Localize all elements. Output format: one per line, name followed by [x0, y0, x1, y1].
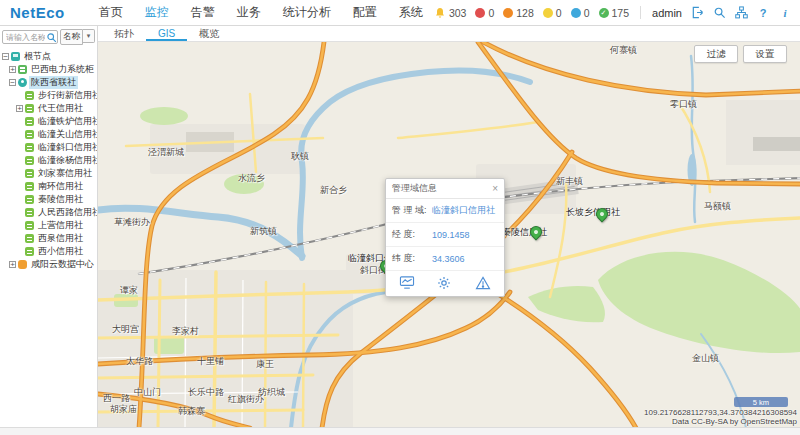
counter-value: 0: [488, 7, 494, 19]
collapse-icon[interactable]: −: [2, 53, 9, 60]
close-icon[interactable]: ×: [492, 184, 498, 194]
search-box: [2, 30, 58, 45]
counter-value: 128: [516, 7, 534, 19]
view-tabs: 拓扑GIS概览: [98, 26, 800, 42]
bottom-scroll-strip[interactable]: [0, 427, 800, 435]
site-icon: [25, 130, 34, 139]
site-icon: [25, 143, 34, 152]
top-navbar: NetEco 首页监控告警业务统计分析配置系统 303012800✓175 ad…: [0, 0, 800, 26]
normal-status-counter[interactable]: ✓175: [599, 7, 630, 19]
config-icon[interactable]: [437, 276, 454, 291]
collapse-icon[interactable]: −: [9, 79, 16, 86]
search-icon[interactable]: [46, 32, 57, 43]
major-alarm-counter[interactable]: 128: [503, 7, 534, 19]
sidebar: 名称 ▾ −根节点+巴西电力系统柜−陕西省联社步行街新信用社+代王信用社临潼铁炉…: [0, 26, 98, 427]
alert-bell-counter[interactable]: 303: [434, 7, 467, 19]
logout-icon[interactable]: [690, 6, 704, 20]
main-menu: 首页监控告警业务统计分析配置系统: [99, 4, 423, 21]
menu-item-2[interactable]: 告警: [191, 4, 215, 21]
menu-item-4[interactable]: 统计分析: [283, 4, 331, 21]
menu-item-3[interactable]: 业务: [237, 4, 261, 21]
tree-node[interactable]: 临潼铁炉信用社: [0, 115, 97, 128]
map-label: 胡家庙: [110, 403, 137, 416]
tree-node[interactable]: 临潼斜口信用社: [0, 141, 97, 154]
map-label: 新丰镇: [556, 175, 583, 188]
map-label: 新筑镇: [250, 225, 277, 238]
cursor-coordinates: 109.2176628112793,34.370384216308594: [644, 408, 797, 417]
tree-node-label: 上营信用社: [36, 219, 85, 232]
latitude-value: 34.3606: [432, 254, 465, 264]
tree-node-label: 刘家寨信用社: [36, 167, 94, 180]
alert-bell-icon: [434, 7, 446, 19]
menu-item-0[interactable]: 首页: [99, 4, 123, 21]
popup-actions: [386, 271, 504, 296]
tree-node[interactable]: −根节点: [0, 50, 97, 63]
map-label: 韩森寨: [178, 405, 205, 418]
tab-gis[interactable]: GIS: [146, 26, 187, 41]
tree-node[interactable]: −陕西省联社: [0, 76, 97, 89]
warning-alarm-icon: [571, 8, 581, 18]
help-icon[interactable]: ?: [756, 6, 770, 20]
domain-value-link[interactable]: 临潼斜口信用社: [432, 204, 495, 217]
tree-node-label: 人民西路信用社: [36, 206, 98, 219]
tab-概览[interactable]: 概览: [187, 26, 231, 41]
tree-node[interactable]: +咸阳云数据中心: [0, 258, 97, 271]
major-alarm-icon: [503, 8, 513, 18]
monitor-icon: [11, 52, 20, 61]
performance-icon[interactable]: [399, 276, 416, 291]
gis-map[interactable]: 何寨镇零口镇耿镇泾渭新城水流乡新合乡新丰镇马额镇草滩街办新筑镇斜口街办谭家大明宫…: [98, 42, 800, 427]
site-icon: [25, 195, 34, 204]
expand-icon[interactable]: +: [9, 66, 16, 73]
site-icon: [25, 182, 34, 191]
expand-icon[interactable]: +: [16, 105, 23, 112]
name-filter-button[interactable]: 名称: [60, 29, 83, 45]
counter-value: 0: [556, 7, 562, 19]
counter-value: 175: [612, 7, 630, 19]
site-icon: [25, 91, 34, 100]
expand-icon[interactable]: +: [9, 261, 16, 268]
domain-label: 管 理 域:: [392, 204, 432, 217]
tree-node[interactable]: 临潼关山信用社: [0, 128, 97, 141]
tree-node-label: 西泉信用社: [36, 232, 85, 245]
map-label: 马额镇: [704, 200, 731, 213]
chevron-down-icon[interactable]: ▾: [83, 29, 95, 43]
tree-node[interactable]: 西泉信用社: [0, 232, 97, 245]
critical-alarm-counter[interactable]: 0: [475, 7, 494, 19]
tree-node[interactable]: +代王信用社: [0, 102, 97, 115]
tree-node[interactable]: 上营信用社: [0, 219, 97, 232]
filter-button[interactable]: 过滤: [694, 45, 738, 63]
site-icon: [25, 221, 34, 230]
settings-button[interactable]: 设置: [743, 45, 787, 63]
menu-item-1[interactable]: 监控: [145, 4, 169, 21]
site-icon: [25, 247, 34, 256]
tree-node[interactable]: 人民西路信用社: [0, 206, 97, 219]
tree-node-label: 南环信用社: [36, 180, 85, 193]
tree-node[interactable]: 秦陵信用社: [0, 193, 97, 206]
content-area: 名称 ▾ −根节点+巴西电力系统柜−陕西省联社步行街新信用社+代王信用社临潼铁炉…: [0, 26, 800, 427]
latitude-label: 纬 度:: [392, 252, 432, 265]
topology-icon[interactable]: [734, 6, 748, 20]
alarm-icon[interactable]: [475, 276, 492, 291]
warning-alarm-counter[interactable]: 0: [571, 7, 590, 19]
map-label: 泾渭新城: [148, 146, 184, 159]
menu-item-6[interactable]: 系统: [399, 4, 423, 21]
tree-node[interactable]: 刘家寨信用社: [0, 167, 97, 180]
menu-item-5[interactable]: 配置: [353, 4, 377, 21]
tree-node[interactable]: 临潼徐杨信用社: [0, 154, 97, 167]
tab-拓扑[interactable]: 拓扑: [102, 26, 146, 41]
about-icon[interactable]: i: [778, 6, 792, 20]
tree-node[interactable]: 南环信用社: [0, 180, 97, 193]
site-icon: [25, 208, 34, 217]
minor-alarm-counter[interactable]: 0: [543, 7, 562, 19]
tree-node[interactable]: 步行街新信用社: [0, 89, 97, 102]
search-icon[interactable]: [712, 6, 726, 20]
minor-alarm-icon: [543, 8, 553, 18]
map-label: 谭家: [120, 284, 138, 297]
site-icon: [25, 117, 34, 126]
tree-node[interactable]: 西小信用社: [0, 245, 97, 258]
scale-bar: 5 km: [734, 397, 788, 407]
user-menu[interactable]: admin: [652, 7, 682, 19]
tree-node[interactable]: +巴西电力系统柜: [0, 63, 97, 76]
popup-header: 管理域信息 ×: [386, 179, 504, 199]
map-label: 李家村: [172, 325, 199, 338]
